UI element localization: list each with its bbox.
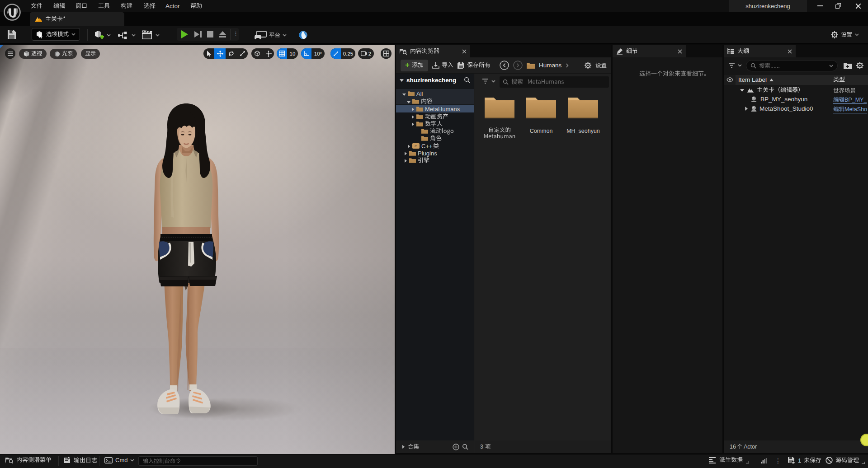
svg-text:C: C [415, 144, 417, 148]
